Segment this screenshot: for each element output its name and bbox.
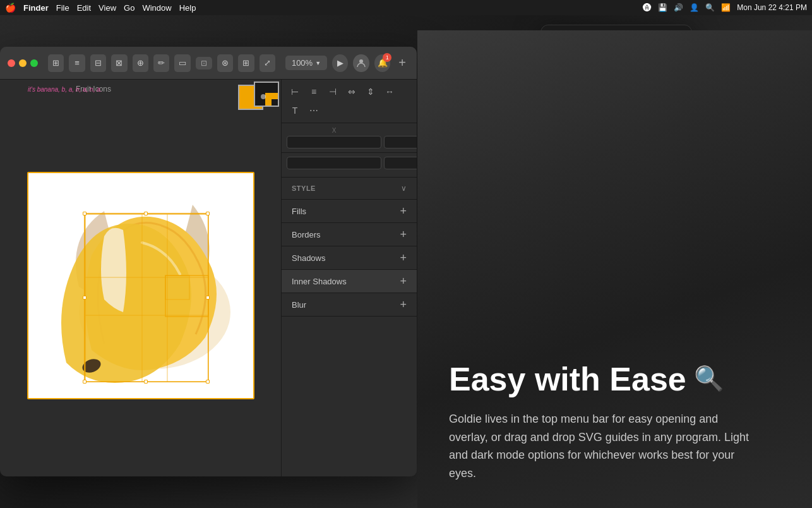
menubar-hdd-icon: 💾: [658, 3, 667, 12]
blur-add-icon[interactable]: +: [400, 299, 407, 310]
app-toolbar: ⊞ ≡ ⊟ ⊠ ⊕ ✏ ▭ ⊡ ⊛ ⊞ ⤢ 100% ▼ ▶: [0, 47, 417, 80]
menubar: 🍎 Finder File Edit View Go Window Help 🅐…: [0, 0, 812, 15]
menubar-view[interactable]: View: [99, 3, 116, 13]
style-chevron-icon: ∨: [401, 184, 407, 193]
toolbar-subtract-btn[interactable]: ⊟: [90, 54, 106, 72]
shadows-add-icon[interactable]: +: [400, 252, 407, 263]
style-section: STYLE ∨ Fills + Borders + Shadows +: [282, 178, 417, 317]
y-label: Y: [384, 127, 417, 134]
svg-point-0: [359, 59, 363, 63]
menubar-astro-icon[interactable]: 🅐: [643, 3, 652, 13]
fills-row[interactable]: Fills +: [282, 200, 417, 223]
fills-add-icon[interactable]: +: [400, 205, 407, 217]
zoom-dropdown[interactable]: 100% ▼: [285, 56, 327, 70]
menubar-wifi-icon[interactable]: 📶: [721, 3, 731, 12]
align-center-btn[interactable]: ≡: [306, 83, 322, 100]
apple-menu[interactable]: 🍎: [5, 3, 16, 13]
transform-inputs: ⚑ ↻: [282, 153, 417, 178]
borders-label: Borders: [292, 230, 400, 239]
x-input-group: X: [287, 127, 381, 148]
style-header[interactable]: STYLE ∨: [282, 178, 417, 200]
toolbar-union-btn[interactable]: ⊕: [133, 54, 148, 72]
menubar-file[interactable]: File: [56, 3, 69, 13]
play-button[interactable]: ▶: [332, 54, 348, 72]
inner-shadows-add-icon[interactable]: +: [400, 275, 407, 287]
right-panel: ⊢ ≡ ⊣ ⇔ ⇕ ↔ T ⋯ X Y W: [281, 80, 417, 476]
w2-input-group: [287, 157, 381, 173]
inner-shadows-label: Inner Shadows: [292, 277, 400, 286]
blur-label: Blur: [292, 300, 400, 310]
more-btn[interactable]: ⋯: [306, 102, 322, 119]
fills-label: Fills: [292, 207, 400, 216]
marketing-title-text: Easy with Ease: [449, 361, 686, 397]
main-area: ⊞ ≡ ⊟ ⊠ ⊕ ✏ ▭ ⊡ ⊛ ⊞ ⤢ 100% ▼ ▶: [0, 15, 812, 508]
menubar-search-icon[interactable]: 🔍: [705, 3, 715, 12]
close-button[interactable]: [8, 59, 15, 67]
maximize-button[interactable]: [30, 59, 38, 67]
panel-toolbar-icons: ⊢ ≡ ⊣ ⇔ ⇕ ↔ T ⋯: [282, 80, 417, 123]
menubar-help[interactable]: Help: [179, 3, 196, 13]
user-icon-btn[interactable]: [353, 54, 369, 72]
x-label: X: [287, 127, 381, 134]
w2-input[interactable]: [287, 157, 381, 169]
borders-row[interactable]: Borders +: [282, 223, 417, 246]
marketing-description: Goldie lives in the top menu bar for eas…: [449, 410, 752, 483]
menubar-app-name[interactable]: Finder: [23, 3, 49, 13]
toolbar-mask-btn[interactable]: ⊛: [217, 54, 233, 72]
menubar-go[interactable]: Go: [124, 3, 134, 13]
h2-input-group: [384, 157, 417, 173]
marketing-title: Easy with Ease 🔍: [449, 361, 780, 397]
minimize-button[interactable]: [19, 59, 27, 67]
style-preview-dark: [254, 82, 279, 107]
blur-row[interactable]: Blur +: [282, 293, 417, 317]
artwork-canvas[interactable]: [27, 172, 254, 399]
notification-badge: 1: [383, 53, 391, 62]
position-inputs: X Y W H: [282, 123, 417, 153]
style-preview: [238, 82, 279, 116]
shadows-row[interactable]: Shadows +: [282, 246, 417, 270]
menubar-datetime: Mon Jun 22 4:21 PM: [737, 3, 807, 12]
toolbar-align-btn[interactable]: ≡: [69, 54, 85, 72]
toolbar-rect-btn[interactable]: ▭: [174, 54, 190, 72]
style-preview-container: [236, 80, 280, 118]
flip-h-btn[interactable]: ↔: [381, 83, 398, 100]
zoom-level: 100%: [292, 58, 313, 68]
inner-shadows-row[interactable]: Inner Shadows +: [282, 270, 417, 293]
distribute-h-btn[interactable]: ⇔: [343, 83, 360, 100]
menubar-user-icon: 👤: [690, 3, 699, 12]
h2-input[interactable]: [384, 157, 417, 169]
align-right-btn[interactable]: ⊣: [325, 83, 341, 100]
borders-add-icon[interactable]: +: [400, 229, 407, 240]
toolbar-intersect-btn[interactable]: ⊠: [111, 54, 127, 72]
x-input[interactable]: [287, 136, 381, 148]
marketing-area: Easy with Ease 🔍 Goldie lives in the top…: [417, 30, 812, 508]
shadows-label: Shadows: [292, 253, 400, 263]
toolbar-export-btn[interactable]: ⤢: [260, 54, 275, 72]
toolbar-arrange-btn[interactable]: ⊞: [238, 54, 254, 72]
menubar-volume-icon: 🔊: [674, 3, 683, 12]
cursor-dot: [261, 94, 266, 99]
y-input[interactable]: [384, 136, 417, 148]
menubar-window[interactable]: Window: [142, 3, 171, 13]
distribute-v-btn[interactable]: ⇕: [362, 83, 379, 100]
menubar-edit[interactable]: Edit: [77, 3, 91, 13]
align-left-btn[interactable]: ⊢: [287, 83, 303, 100]
notification-btn[interactable]: 🔔 1: [374, 54, 390, 72]
app-window: ⊞ ≡ ⊟ ⊠ ⊕ ✏ ▭ ⊡ ⊛ ⊞ ⤢ 100% ▼ ▶: [0, 47, 417, 476]
canvas-area[interactable]: [0, 95, 281, 476]
magnifier-icon: 🔍: [694, 366, 724, 392]
view-dropdown[interactable]: ⊡: [196, 57, 212, 70]
text-btn[interactable]: T: [287, 102, 303, 119]
annotation-label: it's banana, b, a, n, a, n, a.: [28, 86, 102, 93]
y-input-group: Y: [384, 127, 417, 148]
toolbar-layers-btn[interactable]: ⊞: [48, 54, 64, 72]
style-header-label: STYLE: [292, 184, 401, 192]
toolbar-pen-btn[interactable]: ✏: [153, 54, 169, 72]
menubar-right: 🅐 💾 🔊 👤 🔍 📶 Mon Jun 22 4:21 PM: [643, 3, 807, 13]
add-artboard-btn[interactable]: +: [395, 56, 409, 71]
